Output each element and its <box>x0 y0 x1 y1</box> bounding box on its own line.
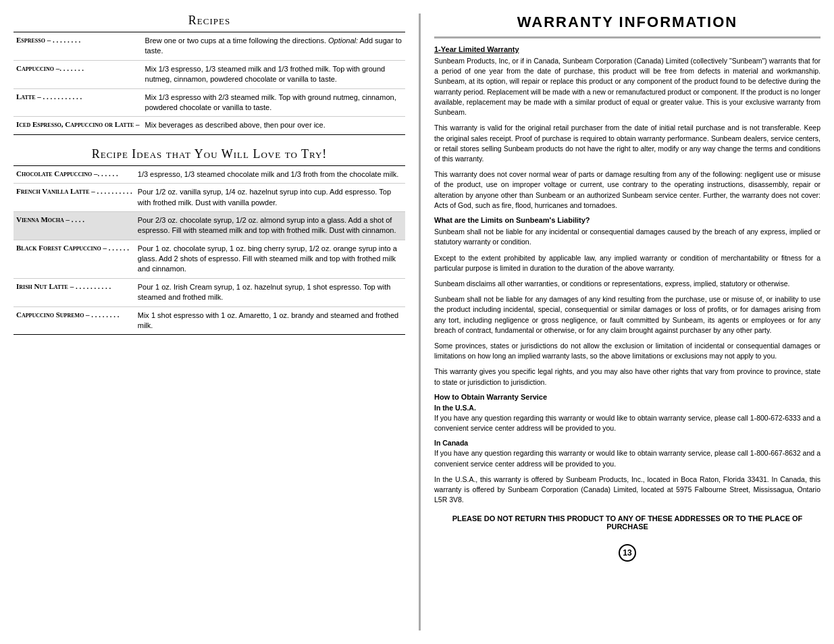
table-row: Cappuccino –. . . . . . .Mix 1/3 espress… <box>14 60 405 88</box>
recipe-name: Latte – . . . . . . . . . . . <box>14 88 142 117</box>
table-row: Espresso – . . . . . . . .Brew one or tw… <box>14 32 405 61</box>
idea-description: Pour 1 oz. Irish Cream syrup, 1 oz. haze… <box>135 278 405 306</box>
idea-name: Chocolate Cappuccino –. . . . . . <box>14 165 135 183</box>
limits-para5: Some provinces, states or jurisdictions … <box>434 341 820 361</box>
ideas-title: Recipe Ideas that You Will Love to Try! <box>14 147 405 161</box>
recipes-table: Espresso – . . . . . . . .Brew one or tw… <box>14 32 405 135</box>
location-text: In the U.S.A., this warranty is offered … <box>434 475 820 506</box>
recipe-name: Cappuccino –. . . . . . . <box>14 60 142 88</box>
warranty-title: Warranty Information <box>434 14 820 38</box>
table-row: Black Forest Cappuccino – . . . . . .Pou… <box>14 240 405 278</box>
limits-para2: Except to the extent prohibited by appli… <box>434 253 820 273</box>
recipe-name: Espresso – . . . . . . . . <box>14 32 142 61</box>
limits-para1: Sunbeam shall not be liable for any inci… <box>434 227 820 247</box>
recipe-description: Mix beverages as described above, then p… <box>142 117 405 134</box>
one-year-title: 1-Year Limited Warranty <box>434 45 820 53</box>
idea-description: Pour 1/2 oz. vanilla syrup, 1/4 oz. haze… <box>135 184 405 212</box>
idea-description: Mix 1 shot espresso with 1 oz. Amaretto,… <box>135 306 405 335</box>
table-row: French Vanilla Latte – . . . . . . . . .… <box>14 184 405 212</box>
footer-text: Please do not return this product to any… <box>434 514 820 531</box>
idea-description: Pour 1 oz. chocolate syrup, 1 oz. bing c… <box>135 240 405 278</box>
table-row: Chocolate Cappuccino –. . . . . .1/3 esp… <box>14 165 405 183</box>
recipes-title: Recipes <box>14 14 405 28</box>
idea-description: Pour 2/3 oz. chocolate syrup, 1/2 oz. al… <box>135 211 405 240</box>
limits-para4: Sunbeam shall not be liable for any dama… <box>434 294 820 336</box>
canada-text: If you have any question regarding this … <box>434 448 820 468</box>
recipe-description: Mix 1/3 espresso, 1/3 steamed milk and 1… <box>142 60 405 88</box>
usa-text: If you have any question regarding this … <box>434 413 820 433</box>
limits-title: What are the Limits on Sunbeam's Liabili… <box>434 216 820 224</box>
how-title: How to Obtain Warranty Service <box>434 393 820 401</box>
idea-name: Black Forest Cappuccino – . . . . . . <box>14 240 135 278</box>
table-row: Vienna Mocha – . . . .Pour 2/3 oz. choco… <box>14 211 405 240</box>
warranty-para3: This warranty does not cover normal wear… <box>434 169 820 211</box>
table-row: Latte – . . . . . . . . . . .Mix 1/3 esp… <box>14 88 405 117</box>
page: Recipes Espresso – . . . . . . . .Brew o… <box>0 0 834 644</box>
idea-name: French Vanilla Latte – . . . . . . . . .… <box>14 184 135 212</box>
limits-para6: This warranty gives you specific legal r… <box>434 367 820 387</box>
table-row: Cappuccino Supremo – . . . . . . . .Mix … <box>14 306 405 335</box>
page-number: 13 <box>619 544 636 562</box>
idea-name: Irish Nut Latte – . . . . . . . . . . <box>14 278 135 306</box>
idea-name: Cappuccino Supremo – . . . . . . . . <box>14 306 135 335</box>
warranty-para1: Sunbeam Products, Inc, or if in Canada, … <box>434 56 820 117</box>
usa-title: In the U.S.A. <box>434 404 820 412</box>
limits-para3: Sunbeam disclaims all other warranties, … <box>434 279 820 289</box>
ideas-table: Chocolate Cappuccino –. . . . . .1/3 esp… <box>14 165 405 336</box>
left-column: Recipes Espresso – . . . . . . . .Brew o… <box>14 14 405 630</box>
recipe-description: Mix 1/3 espresso with 2/3 steamed milk. … <box>142 88 405 117</box>
right-column: Warranty Information 1-Year Limited Warr… <box>419 14 820 630</box>
page-number-container: 13 <box>434 544 820 562</box>
table-row: Iced Espresso, Cappuccino or Latte –Mix … <box>14 117 405 134</box>
table-row: Irish Nut Latte – . . . . . . . . . .Pou… <box>14 278 405 306</box>
canada-title: In Canada <box>434 439 820 447</box>
warranty-para2: This warranty is valid for the original … <box>434 123 820 164</box>
idea-name: Vienna Mocha – . . . . <box>14 211 135 240</box>
idea-description: 1/3 espresso, 1/3 steamed chocolate milk… <box>135 165 405 183</box>
recipe-description: Brew one or two cups at a time following… <box>142 32 405 61</box>
recipe-name: Iced Espresso, Cappuccino or Latte – <box>14 117 142 134</box>
